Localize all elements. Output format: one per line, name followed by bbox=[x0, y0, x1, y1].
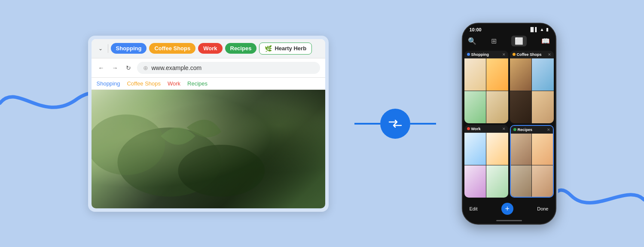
swap-section bbox=[354, 109, 436, 139]
tab-work[interactable]: Work bbox=[198, 43, 222, 54]
card-title-recipes: Recipes bbox=[513, 128, 533, 132]
site-icon: ⊕ bbox=[143, 64, 148, 71]
thumb-w4 bbox=[486, 165, 508, 198]
phone-tab-card-recipes[interactable]: Recipes ✕ bbox=[510, 125, 554, 198]
card-title-work: Work bbox=[467, 127, 481, 131]
thumb-s4 bbox=[486, 91, 508, 123]
card-close-coffee[interactable]: ✕ bbox=[548, 52, 551, 57]
left-connection-line bbox=[354, 119, 380, 128]
thumb-r3 bbox=[511, 165, 532, 197]
card-images-coffee bbox=[510, 58, 554, 123]
browser-address-bar: ← → ↻ ⊕ www.example.com bbox=[92, 58, 325, 78]
wifi-icon: ▲ bbox=[540, 27, 544, 32]
card-title-shopping: Shopping bbox=[467, 52, 489, 57]
card-title-coffee: Coffee Shops bbox=[513, 52, 542, 57]
back-button[interactable]: ← bbox=[97, 64, 106, 72]
card-images-recipes bbox=[511, 134, 553, 197]
card-close-shopping[interactable]: ✕ bbox=[502, 52, 506, 57]
dot-shopping bbox=[467, 53, 470, 56]
right-connection-line bbox=[410, 119, 436, 128]
phone-tabs-grid: Shopping ✕ bbox=[463, 49, 555, 199]
tab-recipes[interactable]: Recipes bbox=[225, 43, 257, 54]
tabs-chevron-button[interactable]: ⌄ bbox=[96, 44, 105, 53]
thumb-c4 bbox=[532, 91, 554, 123]
forward-button[interactable]: → bbox=[110, 64, 120, 72]
phone-tab-card-coffee[interactable]: Coffee Shops ✕ bbox=[510, 51, 554, 123]
card-label-shopping: Shopping bbox=[471, 52, 489, 57]
thumb-c3 bbox=[510, 91, 532, 123]
swap-arrow-button[interactable] bbox=[380, 109, 410, 139]
phone-toolbar: 🔍 ⊞ ⬜ 📖 bbox=[463, 34, 555, 49]
bookmark-recipes[interactable]: Recipes bbox=[187, 80, 208, 87]
tab-shopping[interactable]: Shopping bbox=[111, 43, 147, 54]
bookmark-work[interactable]: Work bbox=[168, 80, 180, 87]
browser-inner: ⌄ Shopping Coffee Shops Work Recipes 🌿 H… bbox=[92, 39, 325, 208]
thumb-w2 bbox=[486, 133, 508, 165]
tab-coffee[interactable]: Coffee Shops bbox=[149, 43, 195, 54]
browser-page-image bbox=[92, 90, 325, 208]
tabs-divider bbox=[108, 44, 108, 53]
bookmark-coffee[interactable]: Coffee Shops bbox=[127, 80, 161, 87]
thumb-r4 bbox=[532, 165, 553, 197]
thumb-w1 bbox=[464, 133, 486, 165]
thumb-s2 bbox=[486, 58, 508, 91]
card-label-work: Work bbox=[471, 127, 481, 131]
tab-hearty-label: Hearty Herb bbox=[275, 45, 306, 52]
edit-button[interactable]: Edit bbox=[470, 206, 478, 211]
card-close-work[interactable]: ✕ bbox=[502, 127, 506, 131]
groups-tool-icon[interactable]: ⊞ bbox=[491, 37, 497, 45]
phone-screen: 10:00 ▐▌▌ ▲ ▮ 🔍 ⊞ ⬜ 📖 bbox=[463, 24, 555, 224]
phone-tab-card-shopping[interactable]: Shopping ✕ bbox=[464, 51, 508, 123]
phone-bottom-bar: Edit + Done bbox=[463, 199, 555, 218]
done-button[interactable]: Done bbox=[537, 206, 548, 211]
tab-hearty-active[interactable]: 🌿 Hearty Herb bbox=[259, 43, 312, 55]
card-label-coffee: Coffee Shops bbox=[517, 52, 542, 57]
search-tool-icon[interactable]: 🔍 bbox=[468, 37, 476, 45]
thumb-w3 bbox=[464, 165, 486, 198]
main-container: ⌄ Shopping Coffee Shops Work Recipes 🌿 H… bbox=[0, 0, 644, 247]
add-tab-button[interactable]: + bbox=[501, 203, 513, 215]
phone-time: 10:00 bbox=[470, 27, 482, 32]
address-input[interactable]: ⊕ www.example.com bbox=[137, 62, 320, 74]
status-icons: ▐▌▌ ▲ ▮ bbox=[529, 27, 548, 32]
card-header-coffee: Coffee Shops ✕ bbox=[510, 51, 554, 58]
phone-tab-card-work[interactable]: Work ✕ bbox=[464, 125, 508, 198]
thumb-c2 bbox=[532, 58, 554, 91]
thumb-s3 bbox=[464, 91, 486, 123]
browser-bookmarks-bar: Shopping Coffee Shops Work Recipes bbox=[92, 78, 325, 90]
url-text: www.example.com bbox=[152, 64, 202, 71]
svg-point-1 bbox=[178, 144, 264, 196]
browser-mockup: ⌄ Shopping Coffee Shops Work Recipes 🌿 H… bbox=[88, 36, 329, 212]
card-header-recipes: Recipes ✕ bbox=[511, 126, 553, 134]
dot-work bbox=[467, 127, 470, 130]
browser-tabs-bar: ⌄ Shopping Coffee Shops Work Recipes 🌿 H… bbox=[92, 39, 325, 58]
thumb-c1 bbox=[510, 58, 532, 91]
swap-icon bbox=[388, 119, 402, 129]
bookmark-shopping[interactable]: Shopping bbox=[97, 80, 120, 87]
thumb-s1 bbox=[464, 58, 486, 91]
tab-hearty-icon: 🌿 bbox=[265, 45, 272, 52]
plant-svg bbox=[92, 90, 325, 208]
card-label-recipes: Recipes bbox=[518, 128, 533, 132]
dot-recipes bbox=[513, 128, 516, 131]
thumb-r2 bbox=[532, 134, 553, 165]
battery-icon: ▮ bbox=[546, 27, 549, 32]
card-header-shopping: Shopping ✕ bbox=[464, 51, 508, 58]
card-header-work: Work ✕ bbox=[464, 125, 508, 133]
card-images-shopping bbox=[464, 58, 508, 123]
card-close-recipes[interactable]: ✕ bbox=[547, 128, 550, 132]
phone-mockup: 10:00 ▐▌▌ ▲ ▮ 🔍 ⊞ ⬜ 📖 bbox=[462, 23, 556, 225]
phone-home-indicator bbox=[496, 220, 522, 221]
refresh-button[interactable]: ↻ bbox=[124, 64, 133, 72]
card-images-work bbox=[464, 133, 508, 198]
thumb-r1 bbox=[511, 134, 532, 165]
signal-icon: ▐▌▌ bbox=[529, 27, 538, 32]
browser-content bbox=[92, 90, 325, 208]
bookmarks-tool-icon[interactable]: 📖 bbox=[541, 37, 550, 45]
tabs-tool-active[interactable]: ⬜ bbox=[511, 36, 527, 46]
phone-status-bar: 10:00 ▐▌▌ ▲ ▮ bbox=[463, 24, 555, 34]
dot-coffee bbox=[513, 53, 516, 56]
